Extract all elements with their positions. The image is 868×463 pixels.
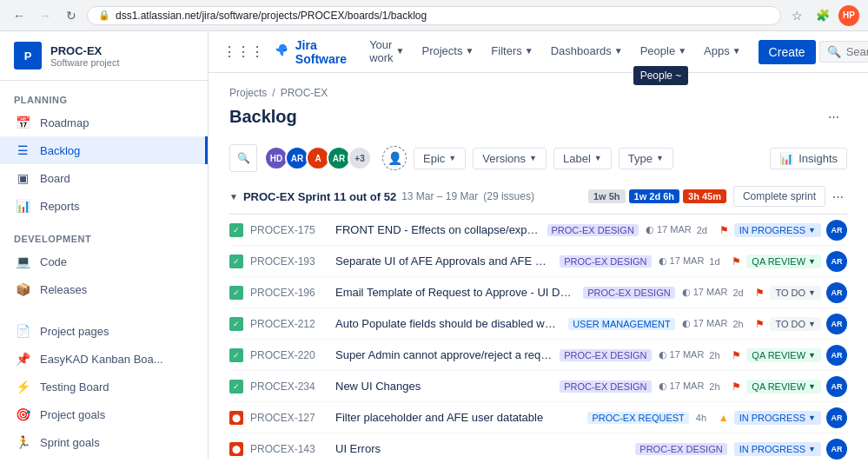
issue-key[interactable]: PROCEX-196 bbox=[250, 287, 328, 299]
complete-sprint-button[interactable]: Complete sprint bbox=[733, 186, 825, 207]
assignee-avatar[interactable]: AR bbox=[826, 314, 847, 334]
issue-summary[interactable]: Email Template of Request to Approve - U… bbox=[335, 286, 576, 299]
status-badge[interactable]: QA REVIEW▼ bbox=[746, 380, 821, 394]
issue-summary[interactable]: Auto Populate fields should be disabled … bbox=[335, 317, 561, 330]
assignee-avatar[interactable]: AR bbox=[826, 439, 847, 460]
avatar-extra[interactable]: +3 bbox=[348, 146, 372, 170]
epic-filter-button[interactable]: Epic ▼ bbox=[414, 148, 466, 169]
issue-label[interactable]: PROC-EX DESIGN bbox=[583, 287, 674, 299]
issue-label[interactable]: PROC-EX DESIGN bbox=[560, 380, 651, 393]
issue-label[interactable]: PROC-EX DESIGN bbox=[560, 255, 651, 268]
address-bar[interactable]: 🔒 dss1.atlassian.net/jira/software/proje… bbox=[87, 6, 781, 25]
nav-item-projects[interactable]: Projects ▼ bbox=[414, 31, 480, 73]
extension-button[interactable]: 🧩 bbox=[812, 5, 833, 26]
sidebar-item-code[interactable]: 💻 Code bbox=[0, 248, 208, 275]
search-bar[interactable]: 🔍 bbox=[819, 41, 868, 63]
assignee-avatar[interactable]: AR bbox=[826, 220, 847, 241]
sprint-more-icon[interactable]: ⋯ bbox=[829, 187, 847, 207]
forward-button[interactable]: → bbox=[35, 5, 56, 26]
issue-key[interactable]: PROCEX-143 bbox=[250, 443, 328, 455]
issue-summary[interactable]: New UI Changes bbox=[335, 380, 553, 393]
assignee-avatar[interactable]: AR bbox=[826, 376, 847, 397]
sidebar-item-project-goals[interactable]: 🎯 Project goals bbox=[0, 400, 208, 428]
assignee-avatar[interactable]: AR bbox=[826, 407, 847, 428]
project-icon: P bbox=[14, 42, 42, 69]
issue-summary[interactable]: Filter placeholder and AFE user datatabl… bbox=[335, 411, 580, 424]
sprint-toggle-icon: ▼ bbox=[229, 192, 238, 202]
issue-type-icon: ✓ bbox=[229, 317, 243, 331]
sprint-header[interactable]: ▼ PROC-EX Sprint 11 out of 52 13 Mar – 1… bbox=[229, 179, 847, 215]
issue-summary[interactable]: Separate UI of AFE Approvals and AFE Req… bbox=[335, 255, 553, 268]
roadmap-label: Roadmap bbox=[40, 116, 89, 129]
time-badge-2: 1w 2d 6h bbox=[629, 189, 679, 203]
create-button[interactable]: Create bbox=[759, 40, 816, 64]
nav-item-filters[interactable]: Filters ▼ bbox=[484, 31, 540, 73]
reload-button[interactable]: ↻ bbox=[61, 5, 82, 26]
nav-item-your-work[interactable]: Your work ▼ bbox=[362, 31, 411, 73]
sidebar-item-backlog[interactable]: ☰ Backlog bbox=[0, 136, 208, 164]
status-badge[interactable]: IN PROGRESS▼ bbox=[734, 223, 821, 237]
issue-row: ⬤ PROCEX-127 Filter placeholder and AFE … bbox=[229, 402, 847, 433]
back-button[interactable]: ← bbox=[9, 5, 30, 26]
nav-item-people[interactable]: People ▼ People ~ bbox=[633, 31, 693, 73]
versions-filter-button[interactable]: Versions ▼ bbox=[473, 148, 547, 169]
sidebar-item-project-pages[interactable]: 📄 Project pages bbox=[0, 317, 208, 345]
issue-key[interactable]: PROCEX-175 bbox=[250, 224, 328, 236]
issue-key[interactable]: PROCEX-127 bbox=[250, 412, 328, 424]
issue-label[interactable]: PROC-EX DESIGN bbox=[560, 349, 651, 361]
insights-button[interactable]: 📊 Insights bbox=[770, 148, 847, 169]
top-nav: ⋮⋮⋮ Jira Software Your work ▼ bbox=[209, 31, 868, 73]
filter-search-box[interactable]: 🔍 bbox=[229, 144, 257, 172]
issue-type-icon: ✓ bbox=[229, 286, 243, 300]
sidebar-item-sprint-goals[interactable]: 🏃 Sprint goals bbox=[0, 428, 208, 456]
profile-button[interactable]: HP bbox=[838, 5, 859, 26]
status-badge[interactable]: QA REVIEW▼ bbox=[746, 255, 821, 268]
priority-icon: ▲ bbox=[719, 412, 729, 424]
status-badge[interactable]: TO DO▼ bbox=[770, 317, 821, 331]
sidebar-item-roadmap[interactable]: 📅 Roadmap bbox=[0, 109, 208, 136]
issue-key[interactable]: PROCEX-234 bbox=[250, 380, 328, 393]
issue-effort: 1d bbox=[709, 256, 726, 267]
issue-key[interactable]: PROCEX-212 bbox=[250, 318, 328, 330]
issue-summary[interactable]: FRONT END - Effects on collapse/expand, … bbox=[335, 223, 540, 236]
issue-key[interactable]: PROCEX-193 bbox=[250, 255, 328, 268]
sidebar-item-testing[interactable]: ⚡ Testing Board bbox=[0, 373, 208, 400]
member-icon[interactable]: 👤 bbox=[382, 146, 407, 170]
issue-label[interactable]: PROC-EX REQUEST bbox=[587, 412, 688, 424]
issue-effort: 2h bbox=[709, 350, 726, 360]
jira-logo[interactable]: Jira Software bbox=[275, 38, 352, 66]
nav-item-apps[interactable]: Apps ▼ bbox=[697, 31, 748, 73]
sidebar-item-board[interactable]: ▣ Board bbox=[0, 164, 208, 192]
project-header[interactable]: P PROC-EX Software project bbox=[0, 31, 208, 81]
issue-effort: 2d bbox=[732, 288, 750, 298]
star-button[interactable]: ☆ bbox=[786, 5, 807, 26]
avatar-group: HD AR A AR +3 bbox=[264, 146, 372, 170]
issue-label[interactable]: PROC-EX DESIGN bbox=[547, 224, 639, 236]
status-badge[interactable]: IN PROGRESS▼ bbox=[734, 411, 821, 425]
issue-summary[interactable]: Super Admin cannot approve/reject a requ… bbox=[335, 348, 553, 361]
issue-summary[interactable]: UI Errors bbox=[335, 442, 628, 455]
sidebar-item-releases[interactable]: 📦 Releases bbox=[0, 275, 208, 303]
issue-label[interactable]: USER MANAGEMENT bbox=[568, 318, 674, 330]
assignee-avatar[interactable]: AR bbox=[826, 251, 847, 272]
issue-key[interactable]: PROCEX-220 bbox=[250, 349, 328, 361]
page-more-button[interactable]: ⋯ bbox=[819, 103, 847, 130]
assignee-avatar[interactable]: AR bbox=[826, 282, 847, 303]
jira-logo-icon bbox=[275, 42, 290, 63]
sidebar-item-easykad[interactable]: 📌 EasyKAD Kanban Boa... bbox=[0, 345, 208, 373]
nav-item-dashboards[interactable]: Dashboards ▼ bbox=[544, 31, 630, 73]
assignee-avatar[interactable]: AR bbox=[826, 345, 847, 366]
type-filter-button[interactable]: Type ▼ bbox=[619, 148, 673, 169]
sidebar-item-reports[interactable]: 📊 Reports bbox=[0, 192, 208, 220]
status-badge[interactable]: IN PROGRESS▼ bbox=[734, 442, 821, 456]
search-input[interactable] bbox=[846, 45, 868, 58]
nav-grid-icon[interactable]: ⋮⋮⋮ bbox=[219, 40, 268, 63]
status-badge[interactable]: TO DO▼ bbox=[770, 286, 821, 300]
breadcrumb-procex[interactable]: PROC-EX bbox=[281, 87, 328, 99]
status-badge[interactable]: QA REVIEW▼ bbox=[746, 348, 821, 362]
search-icon: 🔍 bbox=[827, 45, 841, 58]
priority-icon: ⚑ bbox=[755, 287, 765, 299]
issue-label[interactable]: PROC-EX DESIGN bbox=[635, 443, 726, 455]
label-filter-button[interactable]: Label ▼ bbox=[553, 148, 612, 169]
breadcrumb-projects[interactable]: Projects bbox=[229, 87, 267, 99]
